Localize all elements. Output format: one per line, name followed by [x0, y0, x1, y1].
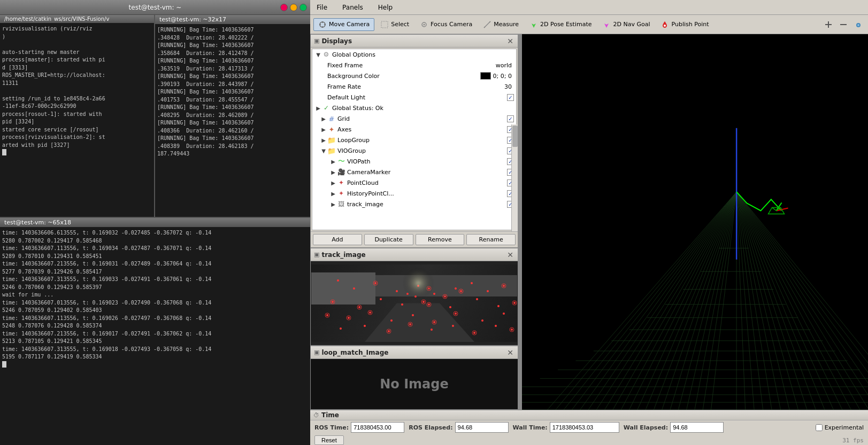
wall-elapsed-label: Wall Elapsed: — [624, 424, 668, 431]
viogroup-arrow[interactable]: ▼ — [320, 147, 327, 154]
global-status-arrow[interactable]: ▶ — [314, 104, 322, 112]
statusbar-row2: Reset 31 fps — [310, 434, 868, 445]
terminal1-path: /home/test/catkin_ws/src/VINS-Fusion/v — [4, 16, 109, 22]
term-line: 5248 0.787076 0.129428 0.585374 — [2, 322, 308, 330]
3d-view[interactable] — [522, 34, 868, 410]
term-line: time: 1403636607.313555, t: 0.169033 -0.… — [2, 276, 308, 284]
term-line — [2, 87, 152, 95]
remove-icon-button[interactable] — [837, 18, 850, 31]
camera-icon-button[interactable] — [852, 18, 865, 31]
menu-file[interactable]: File — [312, 3, 332, 12]
wall-elapsed-input[interactable] — [670, 422, 724, 433]
term-line: 5289 0.787010 0.129431 0.585451 — [2, 253, 308, 261]
maximize-btn[interactable] — [299, 4, 307, 11]
history-pointcl-label: HistoryPointCl... — [347, 190, 507, 197]
track-image-item[interactable]: ▶ 🖼 track_image — [312, 199, 516, 209]
loop-match-close[interactable]: ✕ — [506, 348, 514, 357]
add-button[interactable]: Add — [313, 234, 362, 245]
term-line: [RUNNING] Bag Time: 1403636607 — [157, 73, 308, 81]
terminal3-content[interactable]: time: 1403636606.613555, t: 0.169032 -0.… — [0, 227, 310, 445]
rename-button[interactable]: Rename — [466, 234, 516, 245]
camera-marker-item[interactable]: ▶ 🎥 CameraMarker — [312, 167, 516, 177]
main-content: ▣ Displays ✕ ▼ ⚙ Global Options Fixed Fr… — [310, 34, 868, 410]
term-line: ROS_MASTER_URI=http://localhost: — [2, 72, 152, 80]
grid-item[interactable]: ▶ # Grid — [312, 113, 516, 124]
track-image-panel-titlebar: ▣ track_image ✕ — [311, 248, 518, 261]
history-pointcl-icon: ✦ — [337, 189, 345, 198]
select-button[interactable]: Select — [375, 18, 414, 31]
viopath-icon: 〜 — [337, 157, 345, 166]
term-line: [RUNNING] Bag Time: 1403636607 — [157, 42, 308, 50]
camera-marker-icon: 🎥 — [337, 168, 345, 176]
default-light-item[interactable]: Default Light — [312, 92, 516, 103]
loop-match-titlebar: ▣ loop_match_Image ✕ — [311, 346, 518, 359]
track-image-arrow[interactable]: ▶ — [329, 200, 337, 208]
pointcloud-arrow[interactable]: ▶ — [329, 179, 337, 186]
term-line: [RUNNING] Bag Time: 1403636607 — [157, 104, 308, 112]
displays-buttons: Add Duplicate Remove Rename — [311, 231, 518, 247]
grid-checkbox[interactable] — [507, 115, 514, 122]
term-line: [RUNNING] Bag Time: 1403636607 — [157, 26, 308, 34]
focus-camera-button[interactable]: Focus Camera — [415, 18, 477, 31]
ros-time-input[interactable] — [351, 422, 404, 433]
term-line: .408366 Duration: 28.462160 / — [157, 127, 308, 135]
wall-time-input[interactable] — [550, 422, 619, 433]
experimental-label: Experimental — [825, 424, 864, 431]
track-image-label: track_image — [347, 201, 507, 208]
toolbar: Move Camera Select Focus Camera Measure … — [310, 15, 868, 34]
pointcloud-label: PointCloud — [347, 179, 507, 186]
viopath-arrow[interactable]: ▶ — [329, 158, 337, 165]
track-image-content — [311, 261, 518, 345]
loopgroup-item[interactable]: ▶ 📁 LoopGroup — [312, 135, 516, 145]
wall-time-field: Wall Time: — [513, 422, 619, 433]
bg-color-value: 0; 0; 0 — [493, 73, 512, 80]
track-image-close[interactable]: ✕ — [506, 251, 514, 259]
term-line: .390193 Duration: 28.443987 / — [157, 81, 308, 89]
axes-arrow[interactable]: ▶ — [320, 126, 327, 133]
minimize-btn[interactable] — [290, 4, 297, 11]
terminal-main-title: test@test-vm: ~ — [129, 4, 182, 11]
add-icon-button[interactable] — [822, 18, 835, 31]
history-pointcl-item[interactable]: ▶ ✦ HistoryPointCl... — [312, 188, 516, 199]
displays-close[interactable]: ✕ — [506, 37, 514, 45]
camera-marker-arrow[interactable]: ▶ — [329, 168, 337, 176]
move-camera-button[interactable]: Move Camera — [313, 18, 374, 31]
history-pointcl-arrow[interactable]: ▶ — [329, 190, 337, 197]
loopgroup-arrow[interactable]: ▶ — [320, 136, 327, 144]
default-light-checkbox[interactable] — [507, 94, 514, 101]
terminal2-content[interactable]: [RUNNING] Bag Time: 1403636607 .348428 D… — [155, 24, 310, 214]
menu-help[interactable]: Help — [374, 3, 397, 12]
measure-label: Measure — [494, 21, 519, 28]
menu-panels[interactable]: Panels — [338, 3, 367, 12]
bg-color-item[interactable]: Background Color 0; 0; 0 — [312, 71, 516, 81]
svg-point-4 — [664, 25, 666, 27]
global-options-item[interactable]: ▼ ⚙ Global Options — [312, 49, 516, 60]
viopath-item[interactable]: ▶ 〜 VIOPath — [312, 156, 516, 167]
remove-button[interactable]: Remove — [416, 234, 465, 245]
duplicate-button[interactable]: Duplicate — [364, 234, 413, 245]
experimental-checkbox[interactable] — [816, 424, 823, 431]
frame-rate-label: Frame Rate — [327, 83, 504, 90]
reset-button[interactable]: Reset — [314, 435, 344, 445]
publish-point-button[interactable]: Publish Point — [656, 18, 713, 31]
viogroup-item[interactable]: ▼ 📁 VIOGroup — [312, 145, 516, 156]
bg-color-label: Background Color — [327, 73, 480, 80]
bg-color-swatch[interactable] — [480, 72, 491, 80]
displays-tree[interactable]: ▼ ⚙ Global Options Fixed Frame world Bac… — [312, 49, 517, 230]
term-cursor-line — [2, 361, 308, 369]
pose-estimate-button[interactable]: 2D Pose Estimate — [525, 18, 597, 31]
global-options-arrow[interactable]: ▼ — [314, 51, 322, 58]
ros-elapsed-input[interactable] — [455, 422, 509, 433]
close-btn[interactable] — [280, 4, 288, 11]
fixed-frame-item[interactable]: Fixed Frame world — [312, 60, 516, 71]
measure-button[interactable]: Measure — [478, 18, 524, 31]
axes-item[interactable]: ▶ ✦ Axes — [312, 124, 516, 135]
terminal1-content[interactable]: rvizvisualisation (rviz/rviz ) auto-star… — [0, 23, 154, 213]
global-status-item[interactable]: ▶ ✓ Global Status: Ok — [312, 103, 516, 113]
term-line: process[rosout-1]: started with — [2, 111, 152, 119]
nav-goal-button[interactable]: 2D Nav Goal — [597, 18, 655, 31]
pose-estimate-icon — [529, 20, 538, 29]
pointcloud-item[interactable]: ▶ ✦ PointCloud — [312, 177, 516, 188]
grid-arrow[interactable]: ▶ — [320, 115, 327, 122]
frame-rate-item[interactable]: Frame Rate 30 — [312, 81, 516, 92]
